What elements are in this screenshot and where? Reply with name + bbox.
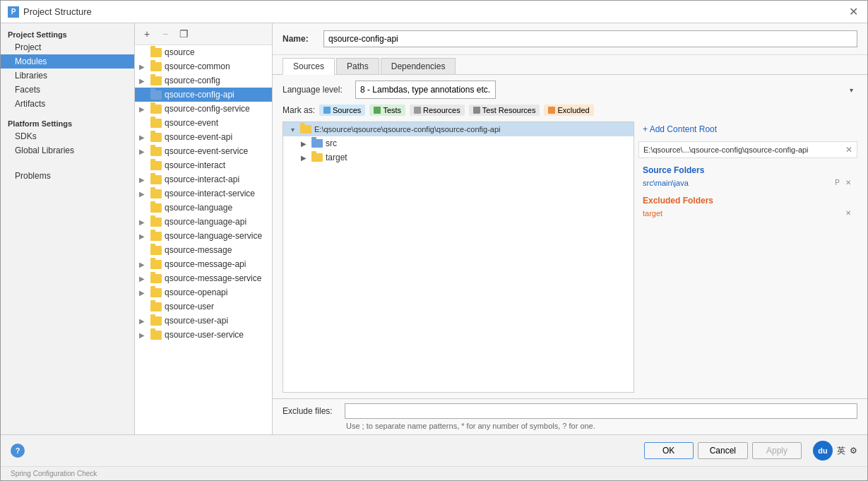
module-item-qsource-language[interactable]: qsource-language xyxy=(135,201,272,215)
project-structure-dialog: P Project Structure ✕ Project Settings P… xyxy=(0,0,868,481)
module-item-qsource-config[interactable]: ▶ qsource-config xyxy=(135,73,272,88)
language-level-select[interactable]: 8 - Lambdas, type annotations etc. xyxy=(355,81,496,99)
platform-settings-header: Platform Settings xyxy=(1,117,134,129)
module-item-qsource-interact-api[interactable]: ▶ qsource-interact-api xyxy=(135,172,272,186)
module-item-qsource[interactable]: qsource xyxy=(135,45,272,59)
folder-icon xyxy=(150,133,162,142)
title-bar: P Project Structure ✕ xyxy=(1,1,867,23)
add-content-root-btn[interactable]: + Add Content Root xyxy=(638,121,857,137)
module-item-qsource-openapi[interactable]: ▶ qsource-openapi xyxy=(135,285,272,299)
test-resources-badge-icon xyxy=(473,107,480,114)
name-label: Name: xyxy=(283,34,318,44)
nav-item-global-libraries[interactable]: Global Libraries xyxy=(1,143,134,158)
exclude-files-area: Exclude files: Use ; to separate name pa… xyxy=(273,398,867,434)
path-header-label: E:\qsource\...\qsource-config\qsource-co… xyxy=(643,146,809,154)
module-panel: + − ❐ qsource ▶ qsource-common ▶ xyxy=(135,23,273,434)
mark-as-label: Mark as: xyxy=(283,105,315,115)
folder-icon xyxy=(150,48,162,57)
folder-icon xyxy=(150,260,162,269)
root-expand-icon: ▾ xyxy=(287,124,297,134)
nav-item-facets[interactable]: Facets xyxy=(1,83,134,97)
module-item-qsource-message-service[interactable]: ▶ qsource-message-service xyxy=(135,271,272,285)
module-item-qsource-message-api[interactable]: ▶ qsource-message-api xyxy=(135,257,272,271)
nav-item-artifacts[interactable]: Artifacts xyxy=(1,97,134,111)
lang-indicator: 英 xyxy=(837,445,845,457)
mark-badge-resources[interactable]: Resources xyxy=(410,105,465,116)
remove-module-button[interactable]: − xyxy=(157,26,173,42)
module-item-qsource-common[interactable]: ▶ qsource-common xyxy=(135,59,272,73)
folder-icon xyxy=(150,62,162,71)
exclude-files-row: Exclude files: xyxy=(283,403,857,419)
spring-status: Spring Configuration Check xyxy=(11,470,97,477)
source-folder-edit-btn[interactable]: P xyxy=(833,178,842,187)
folder-icon xyxy=(150,316,162,326)
source-folder-remove-btn[interactable]: ✕ xyxy=(843,178,853,187)
settings-indicator: ⚙ xyxy=(850,446,857,456)
copy-module-button[interactable]: ❐ xyxy=(176,26,191,42)
mark-badge-test-resources[interactable]: Test Resources xyxy=(469,105,540,116)
title-bar-left: P Project Structure xyxy=(8,6,92,18)
folder-icon xyxy=(150,175,162,184)
folder-icon xyxy=(150,274,162,283)
mark-as-row: Mark as: Sources Tests Resources xyxy=(283,105,857,116)
excluded-badge-icon xyxy=(548,107,555,114)
tree-item-src[interactable]: ▶ src xyxy=(283,136,634,150)
module-item-qsource-user[interactable]: qsource-user xyxy=(135,299,272,314)
language-select-wrapper: 8 - Lambdas, type annotations etc. xyxy=(355,81,857,99)
project-settings-header: Project Settings xyxy=(1,28,134,40)
mark-badge-excluded[interactable]: Excluded xyxy=(544,105,593,116)
tab-paths[interactable]: Paths xyxy=(336,58,379,74)
info-panel: + Add Content Root E:\qsource\...\qsourc… xyxy=(638,121,857,393)
module-item-qsource-language-service[interactable]: ▶ qsource-language-service xyxy=(135,229,272,243)
module-item-qsource-event[interactable]: qsource-event xyxy=(135,116,272,130)
nav-item-sdks[interactable]: SDKs xyxy=(1,129,134,143)
root-path-label: E:\qsource\qsource\qsource-config\qsourc… xyxy=(314,125,501,133)
excluded-folder-remove-btn[interactable]: ✕ xyxy=(843,208,853,218)
module-item-qsource-event-service[interactable]: ▶ qsource-event-service xyxy=(135,144,272,158)
module-item-qsource-user-service[interactable]: ▶ qsource-user-service xyxy=(135,328,272,342)
cancel-button[interactable]: Cancel xyxy=(698,442,748,459)
module-item-qsource-interact-service[interactable]: ▶ qsource-interact-service xyxy=(135,186,272,201)
ok-button[interactable]: OK xyxy=(644,442,694,459)
du-badge: du xyxy=(813,441,833,461)
module-item-qsource-message[interactable]: qsource-message xyxy=(135,243,272,257)
tab-dependencies[interactable]: Dependencies xyxy=(381,58,456,74)
source-folders-title: Source Folders xyxy=(638,162,857,177)
tree-root-item[interactable]: ▾ E:\qsource\qsource\qsource-config\qsou… xyxy=(283,122,634,136)
tabs-row: Sources Paths Dependencies xyxy=(273,55,867,75)
left-panel: Project Settings Project Modules Librari… xyxy=(1,23,135,434)
name-row: Name: xyxy=(273,23,867,55)
target-folder-icon xyxy=(311,153,323,162)
module-item-qsource-user-api[interactable]: ▶ qsource-user-api xyxy=(135,314,272,328)
nav-item-project[interactable]: Project xyxy=(1,40,134,54)
module-item-qsource-interact[interactable]: qsource-interact xyxy=(135,158,272,172)
name-input[interactable] xyxy=(323,30,857,47)
exclude-files-hint: Use ; to separate name patterns, * for a… xyxy=(283,422,857,430)
nav-item-problems[interactable]: Problems xyxy=(1,169,134,183)
close-button[interactable]: ✕ xyxy=(846,5,860,19)
module-item-qsource-config-api[interactable]: qsource-config-api xyxy=(135,88,272,102)
nav-item-libraries[interactable]: Libraries xyxy=(1,69,134,83)
mark-badge-sources[interactable]: Sources xyxy=(319,105,365,116)
module-list: qsource ▶ qsource-common ▶ qsource-confi… xyxy=(135,45,272,434)
mark-badge-tests[interactable]: Tests xyxy=(369,105,405,116)
tab-sources[interactable]: Sources xyxy=(283,58,335,75)
exclude-files-label: Exclude files: xyxy=(283,406,339,416)
module-item-qsource-language-api[interactable]: ▶ qsource-language-api xyxy=(135,215,272,229)
excluded-folder-path: target xyxy=(643,209,662,218)
language-level-label: Language level: xyxy=(283,85,350,95)
help-button[interactable]: ? xyxy=(11,444,25,458)
main-content: Project Settings Project Modules Librari… xyxy=(1,23,867,434)
folder-icon xyxy=(150,288,162,297)
tree-item-target[interactable]: ▶ target xyxy=(283,150,634,165)
add-module-button[interactable]: + xyxy=(139,26,155,42)
folder-icon xyxy=(150,331,162,340)
source-folder-entry: src\main\java P ✕ xyxy=(638,177,857,189)
path-close-btn[interactable]: ✕ xyxy=(845,145,852,155)
exclude-files-input[interactable] xyxy=(345,403,857,419)
folder-icon xyxy=(150,119,162,128)
nav-item-modules[interactable]: Modules xyxy=(1,54,134,69)
module-item-qsource-config-service[interactable]: ▶ qsource-config-service xyxy=(135,102,272,116)
module-item-qsource-event-api[interactable]: ▶ qsource-event-api xyxy=(135,130,272,144)
apply-button[interactable]: Apply xyxy=(752,442,802,459)
